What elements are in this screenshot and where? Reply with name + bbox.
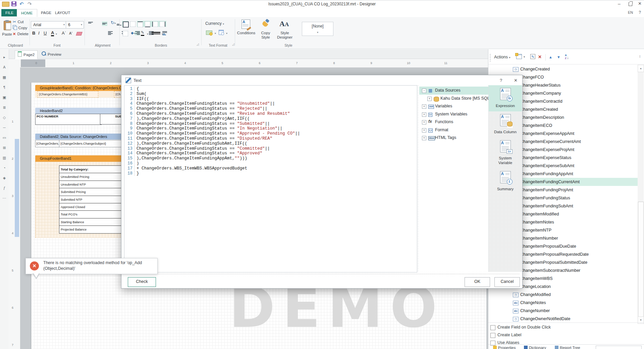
scroll-up-icon[interactable]: ▲	[638, 65, 644, 72]
grow-font-button[interactable]: Aʾ	[62, 31, 66, 36]
underline-button[interactable]: U	[44, 31, 47, 36]
expander-icon[interactable]: +	[422, 136, 426, 140]
expander-icon[interactable]: +	[422, 104, 426, 109]
tree-item-format[interactable]: +#,#Format	[419, 126, 488, 134]
border-all-button[interactable]	[123, 21, 129, 28]
more-tools-icon[interactable]: ⋯	[1, 195, 7, 201]
border-top-button[interactable]	[138, 21, 143, 27]
bottom-tab-properties[interactable]: Properties	[493, 346, 516, 349]
table-tool-icon[interactable]: ⊞	[1, 145, 7, 151]
report-cell[interactable]: {ChangeOrders.	[35, 140, 60, 147]
shape-tool-icon[interactable]: ◇	[1, 114, 7, 120]
dialog-help-icon[interactable]: ?	[500, 78, 502, 83]
actions-menu-button[interactable]: Actions ▾	[494, 55, 511, 59]
expander-icon[interactable]: +	[422, 128, 426, 133]
math-tool-icon[interactable]: ƒ	[1, 185, 7, 191]
border-none-button[interactable]	[123, 31, 128, 36]
new-item-dropdown[interactable]: ▾	[524, 55, 525, 58]
align-justify-button[interactable]	[149, 31, 154, 35]
table-cells-tool-icon[interactable]: ▦	[1, 74, 7, 80]
mode-tab-system-variable[interactable]: AΣ#System Variable	[489, 138, 522, 168]
delete-button[interactable]: ✕ Delete	[13, 31, 29, 37]
tab-layout[interactable]: LAYOUT	[51, 9, 74, 16]
conditions-button[interactable]: A Conditions	[236, 18, 256, 43]
tree-item-data-sources[interactable]: −▦Data Sources	[419, 87, 488, 95]
border-bottom-button[interactable]	[145, 21, 150, 27]
check-button[interactable]: Check	[128, 277, 156, 287]
help-icon[interactable]: ?	[639, 10, 641, 15]
mode-tab-data-column[interactable]: AData Column	[489, 111, 522, 138]
line-tool-icon[interactable]: ─	[1, 124, 7, 131]
expander-icon[interactable]: −	[422, 89, 426, 93]
field-item[interactable]: abcChangeNumber	[488, 307, 638, 315]
border-style-dropdown[interactable]: ▾	[162, 33, 163, 36]
border-style-icon[interactable]	[152, 32, 160, 33]
money-format-icon[interactable]	[206, 31, 212, 35]
delete-item-icon[interactable]: ✕	[538, 54, 542, 60]
tab-preview[interactable]: Preview	[39, 50, 64, 58]
checkbox-icon[interactable]	[490, 325, 495, 330]
field-list-scrollbar[interactable]: ▲ ▼	[638, 65, 644, 323]
field-item[interactable]: abcChangeNotes	[488, 299, 638, 307]
expander-icon[interactable]: +	[427, 97, 432, 101]
mode-tab-summary[interactable]: AΣSummary	[489, 168, 522, 195]
checkbox-icon[interactable]	[490, 333, 495, 338]
gauge-tool-icon[interactable]: ◔	[1, 165, 7, 171]
borders-dialog-launcher-icon[interactable]: ◿	[197, 43, 199, 46]
field-item[interactable]: ◷ChangeOwnerNotifiedDate	[488, 315, 638, 323]
ok-button[interactable]: OK	[465, 277, 490, 287]
align-middle-button[interactable]	[102, 21, 107, 26]
money-format-dropdown[interactable]: ▾	[215, 32, 216, 35]
report-cell[interactable]: PCO NUMBER	[35, 114, 102, 125]
clear-format-eraser-icon[interactable]	[76, 32, 83, 36]
minimize-button[interactable]: –	[618, 1, 621, 6]
close-button[interactable]: ✕	[638, 1, 642, 6]
copy-button[interactable]: Copy	[13, 24, 27, 31]
border-right-button[interactable]	[160, 21, 165, 27]
dialog-close-icon[interactable]: ✕	[514, 78, 518, 83]
tree-item-system-variables[interactable]: +Σ#System Variables	[419, 110, 488, 118]
date-format-dropdown[interactable]: ▾	[226, 32, 227, 35]
font-color-dropdown[interactable]: ▾	[56, 33, 57, 36]
currency-format-select[interactable]: Currency ▾	[205, 21, 224, 26]
move-up-icon[interactable]: ▲	[549, 54, 552, 60]
bottom-tab-report-tree[interactable]: Report Tree	[555, 346, 580, 349]
scrollbar-thumb[interactable]	[638, 202, 644, 318]
font-size-select[interactable]: 6▾	[66, 21, 84, 29]
font-color-button[interactable]: A	[51, 31, 54, 36]
align-left-button[interactable]	[108, 31, 113, 35]
align-bottom-button[interactable]	[116, 21, 122, 26]
expander-icon[interactable]: +	[422, 120, 426, 124]
edit-item-icon[interactable]: ✎	[530, 54, 535, 59]
expander-icon[interactable]: +	[422, 112, 426, 117]
field-item[interactable]: ◷ChangeModified	[488, 291, 638, 299]
report-cell[interactable]: {ChangeOrders.ChangeItemWBS}	[38, 91, 98, 98]
tree-item-functions[interactable]: +fxFunctions	[419, 118, 488, 126]
panel-search-input[interactable]	[596, 346, 642, 349]
map-tool-icon[interactable]: ◈	[1, 175, 7, 181]
cancel-button[interactable]: Cancel	[494, 277, 520, 287]
rich-text-tool-icon[interactable]: ¶	[1, 84, 7, 90]
expression-code-editor[interactable]: 1{2Sum(3IIF((4ChangeOrders.ChangeItemFun…	[124, 85, 417, 272]
field-item[interactable]: ◷ChangeCreated	[488, 65, 638, 73]
tab-home[interactable]: HOME	[17, 9, 37, 17]
border-left-button[interactable]	[152, 21, 158, 27]
italic-button[interactable]: I	[38, 31, 40, 36]
text-format-dialog-launcher-icon[interactable]: ◿	[232, 43, 234, 46]
tab-file[interactable]: FILE	[1, 9, 17, 16]
bottom-tab-dictionary[interactable]: Dictionary	[524, 346, 546, 349]
editor-tree-splitter[interactable]	[417, 85, 419, 272]
tree-item-kahu-data-store-ms-sql-[interactable]: +Kahu Data Store [MS SQL]	[419, 95, 488, 103]
border-inside-button[interactable]	[130, 21, 136, 27]
border-color-dropdown[interactable]: ▾	[147, 33, 148, 36]
move-down-icon[interactable]: ▼	[557, 54, 560, 60]
text-tool-icon[interactable]: A	[1, 64, 7, 70]
option-create-field-on-double-click[interactable]: Create Field on Double Click	[488, 324, 644, 332]
language-indicator[interactable]: EN	[628, 10, 633, 14]
shrink-font-button[interactable]: Aʽ	[69, 31, 72, 35]
image-tool-icon[interactable]: ▣	[1, 94, 7, 100]
chart-tool-icon[interactable]: ▥	[1, 155, 7, 161]
cut-button[interactable]: ✂ Cut	[13, 18, 23, 24]
restore-button[interactable]	[629, 2, 632, 6]
mode-tab-expression[interactable]: AfxExpression	[489, 85, 522, 111]
